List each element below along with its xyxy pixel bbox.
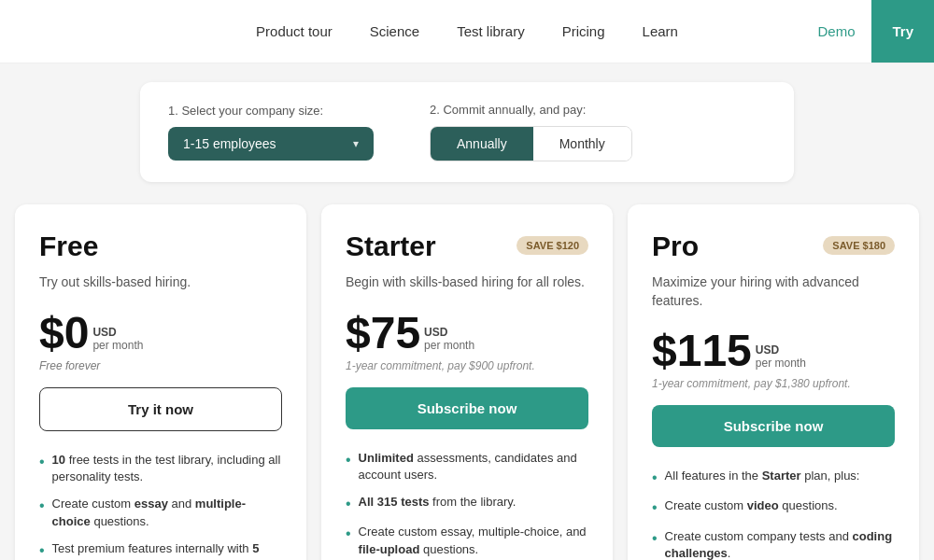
bullet-icon: • [346, 493, 351, 514]
free-plan-subtitle: Try out skills-based hiring. [39, 273, 282, 292]
free-header-row: Free [39, 231, 282, 268]
nav-pricing[interactable]: Pricing [562, 23, 605, 39]
company-size-select[interactable]: 1-15 employees ▾ [168, 127, 374, 161]
nav-links: Product tour Science Test library Pricin… [256, 23, 678, 39]
navbar: Product tour Science Test library Pricin… [0, 0, 934, 63]
selector-card: 1. Select your company size: 1-15 employ… [140, 82, 794, 182]
free-price-amount: $0 [39, 311, 89, 356]
list-item: •Test premium features internally with 5… [39, 540, 282, 560]
feature-text: Create custom essay and multiple-choice … [52, 496, 282, 531]
pricing-grid: Free Try out skills-based hiring. $0 USD… [15, 204, 919, 560]
starter-features-list: •Unlimited assessments, candidates and a… [346, 450, 588, 560]
bullet-icon: • [652, 527, 658, 549]
starter-plan-name: Starter [346, 231, 436, 262]
list-item: •Create custom essay, multiple-choice, a… [346, 524, 588, 559]
free-price-period: per month [92, 339, 143, 352]
free-price-row: $0 USD per month [39, 311, 282, 356]
pro-plan-subtitle: Maximize your hiring with advanced featu… [652, 273, 895, 310]
billing-annually-button[interactable]: Annually [431, 127, 533, 161]
list-item: •All features in the Starter plan, plus: [652, 468, 895, 488]
list-item: •Create custom essay and multiple-choice… [39, 496, 282, 531]
list-item: •Create custom video questions. [652, 497, 895, 518]
main-content: 1. Select your company size: 1-15 employ… [0, 63, 934, 560]
bullet-icon: • [652, 467, 658, 488]
starter-price-amount: $75 [346, 311, 420, 356]
bullet-icon: • [346, 449, 351, 470]
pro-features-list: •All features in the Starter plan, plus:… [652, 468, 895, 560]
company-size-section: 1. Select your company size: 1-15 employ… [168, 104, 374, 161]
feature-text: Create custom essay, multiple-choice, an… [359, 524, 588, 559]
starter-price-row: $75 USD per month [346, 311, 588, 356]
company-size-label: 1. Select your company size: [168, 104, 374, 118]
feature-text: All features in the Starter plan, plus: [665, 468, 860, 485]
starter-header-row: Starter SAVE $120 [346, 231, 588, 268]
free-features-list: •10 free tests in the test library, incl… [39, 452, 282, 560]
pro-price-period: per month [756, 357, 806, 370]
nav-try-button[interactable]: Try [871, 0, 934, 63]
starter-price-period: per month [424, 339, 474, 352]
feature-text: Create custom video questions. [665, 497, 838, 515]
list-item: •Unlimited assessments, candidates and a… [346, 450, 588, 485]
pro-price-row: $115 USD per month [652, 329, 895, 373]
feature-text: All 315 tests from the library. [359, 494, 517, 511]
starter-save-badge: SAVE $120 [517, 236, 588, 255]
nav-learn[interactable]: Learn [643, 23, 678, 39]
bullet-icon: • [39, 539, 45, 560]
billing-section: 2. Commit annually, and pay: Annually Mo… [430, 103, 632, 161]
starter-cta-button[interactable]: Subscribe now [346, 387, 588, 429]
free-plan-name: Free [39, 231, 98, 262]
nav-science[interactable]: Science [370, 23, 419, 39]
pro-price-amount: $115 [652, 329, 752, 373]
feature-text: Create custom company tests and coding c… [665, 528, 895, 560]
bullet-icon: • [652, 497, 658, 518]
chevron-down-icon: ▾ [353, 137, 359, 150]
free-price-meta: USD per month [92, 326, 143, 356]
nav-demo-link[interactable]: Demo [800, 23, 871, 39]
starter-plan-card: Starter SAVE $120 Begin with skills-base… [321, 204, 613, 560]
pro-price-note: 1-year commitment, pay $1,380 upfront. [652, 377, 895, 390]
starter-price-currency: USD [424, 326, 474, 339]
list-item: •Create custom company tests and coding … [652, 528, 895, 560]
pro-cta-button[interactable]: Subscribe now [652, 405, 895, 447]
free-plan-card: Free Try out skills-based hiring. $0 USD… [15, 204, 306, 560]
list-item: •All 315 tests from the library. [346, 494, 588, 514]
pro-plan-card: Pro SAVE $180 Maximize your hiring with … [628, 204, 919, 560]
billing-toggle: Annually Monthly [430, 126, 632, 161]
nav-test-library[interactable]: Test library [457, 23, 525, 39]
billing-label: 2. Commit annually, and pay: [430, 103, 632, 117]
pro-header-row: Pro SAVE $180 [652, 231, 895, 268]
pro-price-currency: USD [756, 343, 806, 357]
company-size-value: 1-15 employees [183, 136, 276, 151]
pro-plan-name: Pro [652, 231, 699, 262]
bullet-icon: • [39, 495, 45, 516]
pro-save-badge: SAVE $180 [823, 236, 895, 255]
free-price-currency: USD [92, 326, 143, 339]
nav-right: Demo Try [800, 0, 934, 63]
billing-monthly-button[interactable]: Monthly [533, 127, 631, 161]
starter-plan-subtitle: Begin with skills-based hiring for all r… [346, 273, 588, 292]
nav-product-tour[interactable]: Product tour [256, 23, 333, 39]
feature-text: 10 free tests in the test library, inclu… [52, 452, 282, 487]
list-item: •10 free tests in the test library, incl… [39, 452, 282, 487]
starter-price-meta: USD per month [424, 326, 474, 356]
feature-text: Unlimited assessments, candidates and ac… [359, 450, 588, 485]
pro-price-meta: USD per month [756, 343, 806, 373]
bullet-icon: • [346, 523, 351, 544]
starter-price-note: 1-year commitment, pay $900 upfront. [346, 359, 588, 372]
free-forever-text: Free forever [39, 359, 282, 372]
feature-text: Test premium features internally with 5 … [52, 540, 282, 560]
free-cta-button[interactable]: Try it now [39, 387, 282, 431]
bullet-icon: • [39, 451, 45, 472]
